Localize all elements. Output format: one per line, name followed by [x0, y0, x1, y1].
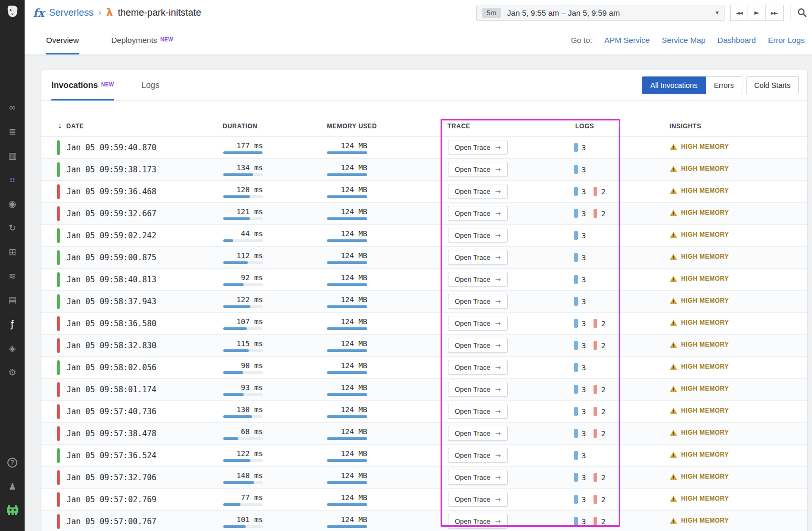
insight-label: HIGH MEMORY — [681, 451, 729, 458]
filter-all-invocations[interactable]: All Invocations — [642, 76, 706, 94]
memory-bar — [327, 349, 367, 352]
open-trace-label: Open Trace — [455, 297, 490, 305]
memory-bar — [327, 437, 367, 440]
memory-meter: 124 MB — [327, 405, 367, 418]
warning-icon — [670, 143, 677, 150]
sidebar-item-synthetics[interactable]: ↻ — [0, 216, 25, 240]
memory-bar — [327, 503, 367, 506]
goto-link-service-map[interactable]: Service Map — [662, 36, 705, 45]
open-trace-button[interactable]: Open Trace → — [448, 514, 508, 529]
duration-bar — [223, 217, 263, 220]
sidebar-item-settings[interactable]: ⚙ — [0, 360, 25, 384]
high-memory-badge: HIGH MEMORY — [670, 451, 729, 458]
filter-errors[interactable]: Errors — [706, 76, 742, 94]
sidebar: ∞ ≣ ▥ ⠶ ◉ ↻ ⊞ ≋ ▤ ƒ ◈ ⚙ ? ♟ — [0, 0, 25, 531]
sidebar-item-users[interactable]: ♟ — [0, 474, 25, 499]
column-header-date[interactable]: ↓DATE — [41, 101, 223, 137]
tab-overview[interactable]: Overview — [46, 25, 79, 54]
table-row[interactable]: Jan 05 09:58:32.830 115 ms 124 MB Open T… — [41, 335, 808, 357]
table-row[interactable]: Jan 05 09:58:40.813 92 ms 124 MB Open Tr… — [41, 269, 808, 291]
open-trace-button[interactable]: Open Trace → — [448, 404, 508, 419]
sidebar-item-logs[interactable]: ≣ — [0, 119, 25, 143]
datadog-logo[interactable] — [0, 0, 25, 24]
log-info-bar — [574, 275, 578, 284]
warning-icon — [670, 275, 677, 282]
table-row[interactable]: Jan 05 09:57:00.767 101 ms 124 MB Open T… — [41, 511, 808, 531]
sidebar-item-ci[interactable]: ⊞ — [0, 240, 25, 264]
table-row[interactable]: Jan 05 09:57:38.478 68 ms 124 MB Open Tr… — [41, 423, 808, 445]
open-trace-label: Open Trace — [455, 429, 490, 437]
open-trace-button[interactable]: Open Trace → — [448, 338, 508, 353]
goto-link-dashboard[interactable]: Dashboard — [718, 36, 756, 45]
open-trace-button[interactable]: Open Trace → — [448, 184, 508, 199]
skip-back-button[interactable]: ◄◄ — [730, 5, 748, 21]
table-row[interactable]: Jan 05 09:59:38.173 134 ms 124 MB Open T… — [41, 159, 808, 181]
duration-bar — [223, 283, 263, 286]
open-trace-button[interactable]: Open Trace → — [448, 382, 508, 397]
table-row[interactable]: Jan 05 09:57:36.524 122 ms 124 MB Open T… — [41, 445, 808, 467]
open-trace-button[interactable]: Open Trace → — [448, 294, 508, 309]
sidebar-item-bits[interactable] — [0, 499, 25, 523]
goto-link-apm-service[interactable]: APM Service — [605, 36, 650, 45]
log-info-count: 3 — [581, 407, 586, 416]
open-trace-button[interactable]: Open Trace → — [448, 206, 508, 221]
log-error-count: 2 — [601, 429, 605, 438]
logs-counts: 3 2 — [574, 517, 666, 526]
log-info-count: 3 — [581, 385, 586, 394]
open-trace-button[interactable]: Open Trace → — [448, 426, 508, 441]
arrow-right-icon: → — [495, 429, 501, 437]
breadcrumb-serverless-link[interactable]: Serverless — [49, 7, 94, 18]
logs-counts: 3 2 — [574, 407, 666, 416]
arrow-right-icon: → — [495, 363, 501, 371]
table-row[interactable]: Jan 05 09:58:02.056 90 ms 124 MB Open Tr… — [41, 357, 808, 379]
open-trace-button[interactable]: Open Trace → — [448, 360, 508, 375]
play-button[interactable]: ► — [748, 5, 766, 21]
goto-link-error-logs[interactable]: Error Logs — [768, 36, 805, 45]
tab-label: Invocations — [51, 81, 98, 90]
table-row[interactable]: Jan 05 09:57:02.769 77 ms 124 MB Open Tr… — [41, 489, 808, 511]
sidebar-item-help[interactable]: ? — [0, 450, 25, 474]
open-trace-button[interactable]: Open Trace → — [448, 228, 508, 243]
open-trace-button[interactable]: Open Trace → — [448, 272, 508, 287]
sidebar-item-serverless[interactable]: ƒ — [0, 312, 25, 336]
open-trace-button[interactable]: Open Trace → — [448, 448, 508, 463]
tab-invocations[interactable]: Invocations NEW — [51, 70, 114, 100]
log-info-bar — [574, 363, 578, 372]
table-row[interactable]: Jan 05 09:59:00.875 112 ms 124 MB Open T… — [41, 247, 808, 269]
open-trace-button[interactable]: Open Trace → — [448, 162, 508, 177]
sidebar-item-processes[interactable]: ≋ — [0, 264, 25, 288]
memory-bar — [327, 151, 367, 154]
open-trace-button[interactable]: Open Trace → — [448, 250, 508, 265]
table-row[interactable]: Jan 05 09:59:02.242 44 ms 124 MB Open Tr… — [41, 225, 808, 247]
tab-logs[interactable]: Logs — [141, 70, 160, 100]
sidebar-item-apm[interactable]: ⠶ — [0, 168, 25, 192]
sidebar-item-error-tracking[interactable]: ◉ — [0, 192, 25, 216]
high-memory-badge: HIGH MEMORY — [670, 209, 729, 216]
table-row[interactable]: Jan 05 09:58:01.174 93 ms 124 MB Open Tr… — [41, 379, 808, 401]
sidebar-item-notebooks[interactable]: ▤ — [0, 288, 25, 312]
skip-forward-button[interactable]: ►► — [766, 5, 784, 21]
invocation-date: Jan 05 09:58:36.580 — [67, 319, 157, 328]
duration-value: 134 ms — [223, 163, 263, 172]
tab-deployments[interactable]: Deployments NEW — [112, 25, 173, 54]
invocation-date: Jan 05 09:59:40.870 — [67, 143, 157, 152]
open-trace-button[interactable]: Open Trace → — [448, 316, 508, 331]
memory-meter: 124 MB — [327, 185, 367, 198]
filter-cold-starts[interactable]: Cold Starts — [746, 76, 799, 94]
table-row[interactable]: Jan 05 09:58:37.943 122 ms 124 MB Open T… — [41, 291, 808, 313]
table-row[interactable]: Jan 05 09:58:36.580 107 ms 124 MB Open T… — [41, 313, 808, 335]
table-row[interactable]: Jan 05 09:57:32.706 140 ms 124 MB Open T… — [41, 467, 808, 489]
time-range-picker[interactable]: 5m Jan 5, 9:55 am – Jan 5, 9:59 am ▾ — [476, 5, 725, 21]
table-row[interactable]: Jan 05 09:59:32.667 121 ms 124 MB Open T… — [41, 203, 808, 225]
table-row[interactable]: Jan 05 09:59:36.468 120 ms 124 MB Open T… — [41, 181, 808, 203]
sidebar-item-security[interactable]: ◈ — [0, 336, 25, 360]
sidebar-item-watchdog[interactable]: ∞ — [0, 95, 25, 119]
sidebar-item-metrics[interactable]: ▥ — [0, 143, 25, 168]
zoom-search-button[interactable] — [790, 5, 807, 21]
open-trace-button[interactable]: Open Trace → — [448, 492, 508, 507]
open-trace-button[interactable]: Open Trace → — [448, 140, 508, 155]
table-row[interactable]: Jan 05 09:59:40.870 177 ms 124 MB Open T… — [41, 137, 808, 159]
table-row[interactable]: Jan 05 09:57:40.736 130 ms 124 MB Open T… — [41, 401, 808, 423]
open-trace-button[interactable]: Open Trace → — [448, 470, 508, 485]
log-info-count: 3 — [581, 429, 586, 438]
